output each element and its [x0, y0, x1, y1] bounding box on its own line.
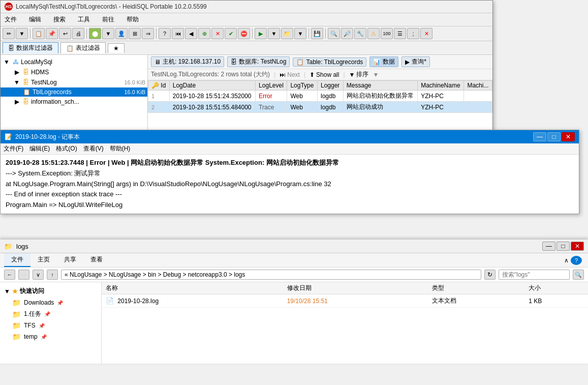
notepad-close[interactable]: ✕ [562, 132, 575, 141]
tab-star[interactable]: ★ [108, 43, 125, 53]
explorer-close[interactable]: ✕ [571, 242, 584, 251]
col-logger[interactable]: Logger [318, 81, 344, 91]
col-logdate[interactable]: LogDate [169, 81, 255, 91]
tb-btn-users[interactable]: 👤 [115, 28, 128, 39]
ribbon-tab-view[interactable]: 查看 [83, 253, 110, 267]
sidebar-item-task[interactable]: 📁 1.任务 📌 [0, 308, 101, 320]
menu-help[interactable]: 帮助 [125, 14, 141, 25]
ribbon-tab-home[interactable]: 主页 [30, 253, 57, 267]
tb-btn-run[interactable]: ▶ [255, 28, 267, 39]
sidebar-item-temp[interactable]: 📁 temp 📌 [0, 331, 101, 342]
ribbon-tab-share[interactable]: 共享 [57, 253, 83, 267]
tb-btn-check[interactable]: ✔ [225, 28, 237, 39]
tb-btn-warn[interactable]: ⚠ [367, 28, 380, 39]
tb-btn-stop[interactable]: ✕ [211, 28, 224, 39]
address-input[interactable] [61, 270, 481, 280]
sidebar-item-downloads[interactable]: 📁 Downloads 📌 [0, 297, 101, 308]
tb-btn-close[interactable]: ✕ [420, 28, 432, 39]
tb-btn-connect-dd[interactable]: ▼ [102, 28, 114, 39]
np-menu-help[interactable]: 帮助(H) [110, 144, 131, 153]
search-input[interactable] [499, 270, 570, 280]
table-row[interactable]: 1 2019-10-28 15:51:24.352000 Error Web l… [148, 91, 492, 102]
tb-btn-semicolon[interactable]: ; [407, 28, 419, 39]
col-date[interactable]: 修改日期 [283, 282, 428, 294]
tb-btn-connect[interactable]: ⬤ [89, 28, 101, 39]
notepad-maximize[interactable]: □ [547, 132, 561, 141]
tb-btn-filter[interactable]: 🔧 [354, 28, 366, 39]
breadcrumb-data[interactable]: 📊 数据 [369, 56, 398, 67]
sidebar-item-tfs[interactable]: 📁 TFS 📌 [0, 320, 101, 331]
search-btn[interactable]: 🔍 [573, 270, 584, 280]
tb-btn-prev[interactable]: ⏮ [172, 28, 184, 39]
nav-forward-btn[interactable]: → [18, 270, 29, 280]
tb-btn-undo[interactable]: ↩ [59, 28, 71, 39]
file-row[interactable]: 📄 2019-10-28.log 19/10/28 15:51 文本文档 1 K… [102, 294, 588, 308]
tb-btn-arrow[interactable]: ⇒ [142, 28, 154, 39]
tb-btn-copy[interactable]: 📋 [33, 28, 45, 39]
menu-edit[interactable]: 编辑 [27, 14, 43, 25]
tb-btn-add[interactable]: ⊕ [198, 28, 210, 39]
tb-btn-question[interactable]: ? [159, 28, 171, 39]
menu-tools[interactable]: 工具 [76, 14, 92, 25]
tab-table-filter[interactable]: 📋 表过滤器 [60, 42, 106, 53]
menu-goto[interactable]: 前往 [100, 14, 116, 25]
tb-btn-list[interactable]: ☰ [394, 28, 406, 39]
tb-btn-1[interactable]: ✏ [3, 28, 15, 39]
col-logtype[interactable]: LogType [287, 81, 318, 91]
tb-btn-prev2[interactable]: ◀ [185, 28, 197, 39]
nav-up-btn[interactable]: ↑ [47, 270, 58, 280]
menu-file[interactable]: 文件 [3, 14, 19, 25]
tb-btn-print[interactable]: 🖨 [72, 28, 84, 39]
tb-btn-search[interactable]: 🔍 [328, 28, 340, 39]
col-machinename[interactable]: MachineName [418, 81, 464, 91]
tb-btn-paste[interactable]: 📌 [46, 28, 58, 39]
explorer-window: 📁 logs — □ ✕ 文件 主页 共享 查看 ∧ ? ← → ∨ [0, 239, 588, 364]
np-menu-edit[interactable]: 编辑(E) [29, 144, 50, 153]
col-extra[interactable]: Machi... [464, 81, 492, 91]
np-menu-view[interactable]: 查看(V) [83, 144, 104, 153]
col-type[interactable]: 类型 [428, 282, 524, 294]
nav-back-btn[interactable]: ← [4, 270, 15, 280]
breadcrumb-db[interactable]: 🗄 数据库: TestNLog [227, 56, 290, 67]
tb-btn-search2[interactable]: 🔎 [341, 28, 353, 39]
ribbon-tab-file[interactable]: 文件 [4, 253, 30, 267]
tree-infschema[interactable]: ▶ 🗄 information_sch... [1, 97, 147, 107]
notepad-minimize[interactable]: — [533, 132, 546, 141]
tb-btn-folder[interactable]: 📁 [281, 28, 293, 39]
breadcrumb-table[interactable]: 📋 Table: TblLogrecords [293, 57, 366, 67]
cell-extra-2 [464, 102, 492, 113]
ribbon-help-btn[interactable]: ? [571, 256, 582, 265]
explorer-minimize[interactable]: — [542, 242, 555, 251]
breadcrumb-query[interactable]: ▶ 查询* [401, 56, 430, 67]
tb-btn-folder-dd[interactable]: ▼ [294, 28, 306, 39]
ribbon-chevron-icon[interactable]: ∧ [564, 257, 569, 264]
quick-access-header[interactable]: ▼ ★ 快速访问 [0, 285, 101, 297]
breadcrumb-host[interactable]: 🖥 主机: 192.168.137.10 [151, 56, 224, 67]
np-menu-file[interactable]: 文件(F) [4, 144, 23, 153]
tb-btn-nums[interactable]: 100 [381, 28, 393, 39]
sort-btn[interactable]: 排序 [356, 70, 368, 79]
tb-btn-stop2[interactable]: ⛔ [238, 28, 250, 39]
col-message[interactable]: Message [343, 81, 417, 91]
showall-btn[interactable]: Show all [316, 71, 339, 78]
col-loglevel[interactable]: LogLevel [256, 81, 287, 91]
np-menu-format[interactable]: 格式(O) [56, 144, 77, 153]
tree-tbllogrecords[interactable]: 📋 TblLogrecords 16.0 KiB [1, 87, 147, 97]
tb-btn-save[interactable]: 💾 [311, 28, 323, 39]
table-row[interactable]: 2 2019-10-28 15:51:55.484000 Trace Web l… [148, 102, 492, 113]
col-name[interactable]: 名称 [102, 282, 283, 294]
tab-db-filter[interactable]: 🗄 数据库过滤器 [3, 42, 58, 53]
col-size[interactable]: 大小 [524, 282, 588, 294]
tree-testnlog[interactable]: ▼ 🗄 TestNLog 16.0 KiB [1, 77, 147, 87]
nav-dropdown-btn[interactable]: ∨ [33, 270, 44, 280]
tb-btn-run-dd[interactable]: ▼ [268, 28, 280, 39]
menu-search[interactable]: 搜索 [51, 14, 68, 25]
tb-btn-table[interactable]: ⊞ [129, 28, 141, 39]
tree-localmysql[interactable]: ▼ 🖧 LocalMySql [1, 57, 147, 67]
col-id[interactable]: 🔑 Id [148, 81, 170, 91]
refresh-btn[interactable]: ↻ [484, 270, 496, 280]
tb-btn-2[interactable]: ▼ [16, 28, 28, 39]
explorer-maximize[interactable]: □ [556, 242, 570, 251]
next-btn[interactable]: Next [287, 71, 300, 78]
tree-hdms[interactable]: ▶ 🗄 HDMS [1, 67, 147, 77]
